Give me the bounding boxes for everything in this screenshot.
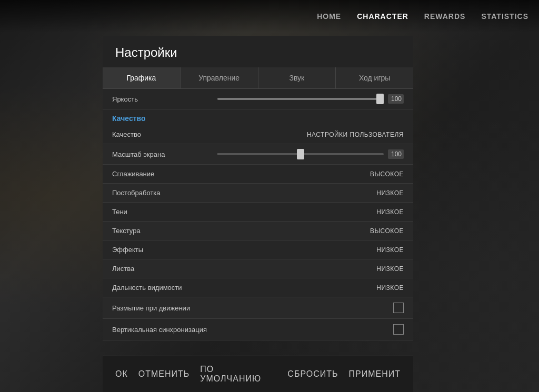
setting-row-effects: Эффекты НИЗКОЕ: [103, 240, 413, 259]
textures-label: Текстура: [112, 227, 217, 235]
nav-item-statistics[interactable]: STATISTICS: [481, 12, 528, 21]
tab-gameplay[interactable]: Ход игры: [336, 67, 413, 88]
apply-button[interactable]: ПРИМЕНИТ: [349, 369, 401, 379]
cancel-button[interactable]: ОТМЕНИТЬ: [138, 369, 190, 379]
brightness-row: Яркость 100: [103, 89, 413, 109]
settings-panel: Настройки Графика Управление Звук Ход иг…: [103, 36, 413, 340]
nav-item-home[interactable]: HOME: [317, 12, 341, 21]
tab-controls[interactable]: Управление: [181, 67, 258, 88]
shadows-value[interactable]: НИЗКОЕ: [376, 208, 404, 216]
nav-item-rewards[interactable]: REWARDS: [424, 12, 466, 21]
quality-label: Качество: [112, 130, 217, 138]
postprocess-value[interactable]: НИЗКОЕ: [376, 189, 404, 197]
brightness-slider-container: 100: [217, 94, 404, 104]
scale-label: Масштаб экрана: [112, 150, 217, 158]
action-bar: ОК ОТМЕНИТЬ ПО УМОЛЧАНИЮ СБРОСИТЬ ПРИМЕН…: [103, 356, 413, 392]
postprocess-label: Постобработка: [112, 189, 217, 197]
vsync-label: Вертикальная синхронизация: [112, 326, 217, 334]
tabs-container: Графика Управление Звук Ход игры: [103, 67, 413, 89]
foliage-label: Листва: [112, 265, 217, 273]
effects-label: Эффекты: [112, 246, 217, 254]
motionblur-checkbox[interactable]: [393, 303, 404, 313]
brightness-fill: [217, 98, 384, 100]
setting-row-postprocess: Постобработка НИЗКОЕ: [103, 184, 413, 203]
brightness-thumb[interactable]: [376, 94, 384, 104]
setting-row-scale: Масштаб экрана 100: [103, 144, 413, 165]
quality-section-header: Качество: [103, 109, 413, 125]
shadows-label: Тени: [112, 208, 217, 216]
scale-slider-container: 100: [217, 149, 404, 159]
brightness-label: Яркость: [112, 95, 217, 103]
top-nav: HOME CHARACTER REWARDS STATISTICS: [0, 0, 539, 33]
nav-items: HOME CHARACTER REWARDS STATISTICS: [317, 12, 528, 21]
setting-row-quality: Качество НАСТРОЙКИ ПОЛЬЗОВАТЕЛЯ: [103, 125, 413, 144]
setting-row-antialiasing: Сглаживание ВЫСОКОЕ: [103, 165, 413, 184]
settings-title: Настройки: [103, 36, 413, 67]
viewdist-label: Дальность видимости: [112, 284, 217, 292]
foliage-value[interactable]: НИЗКОЕ: [376, 265, 404, 273]
scale-thumb[interactable]: [297, 149, 304, 159]
viewdist-value[interactable]: НИЗКОЕ: [376, 284, 404, 292]
setting-row-motionblur: Размытие при движении: [103, 297, 413, 319]
antialiasing-label: Сглаживание: [112, 170, 217, 178]
vsync-checkbox[interactable]: [393, 324, 404, 335]
tab-sound[interactable]: Звук: [258, 67, 336, 88]
tab-graphics[interactable]: Графика: [103, 67, 181, 88]
setting-row-textures: Текстура ВЫСОКОЕ: [103, 222, 413, 240]
scale-track[interactable]: [217, 153, 384, 155]
ok-button[interactable]: ОК: [115, 369, 128, 379]
nav-item-character[interactable]: CHARACTER: [357, 12, 408, 21]
setting-row-viewdist: Дальность видимости НИЗКОЕ: [103, 278, 413, 297]
default-button[interactable]: ПО УМОЛЧАНИЮ: [200, 365, 277, 384]
setting-row-foliage: Листва НИЗКОЕ: [103, 259, 413, 278]
brightness-value: 100: [388, 94, 404, 104]
antialiasing-value[interactable]: ВЫСОКОЕ: [370, 170, 404, 178]
setting-row-vsync: Вертикальная синхронизация: [103, 319, 413, 340]
settings-content: Яркость 100 Качество Качество НАСТРОЙКИ …: [103, 89, 413, 340]
reset-button[interactable]: СБРОСИТЬ: [287, 369, 338, 379]
textures-value[interactable]: ВЫСОКОЕ: [370, 227, 404, 235]
motionblur-label: Размытие при движении: [112, 304, 217, 312]
quality-section-title: Качество: [112, 114, 146, 123]
effects-value[interactable]: НИЗКОЕ: [376, 246, 404, 254]
brightness-track[interactable]: [217, 98, 384, 100]
scale-value: 100: [388, 149, 404, 159]
setting-row-shadows: Тени НИЗКОЕ: [103, 203, 413, 222]
quality-value[interactable]: НАСТРОЙКИ ПОЛЬЗОВАТЕЛЯ: [307, 131, 404, 138]
scale-fill: [217, 153, 301, 155]
